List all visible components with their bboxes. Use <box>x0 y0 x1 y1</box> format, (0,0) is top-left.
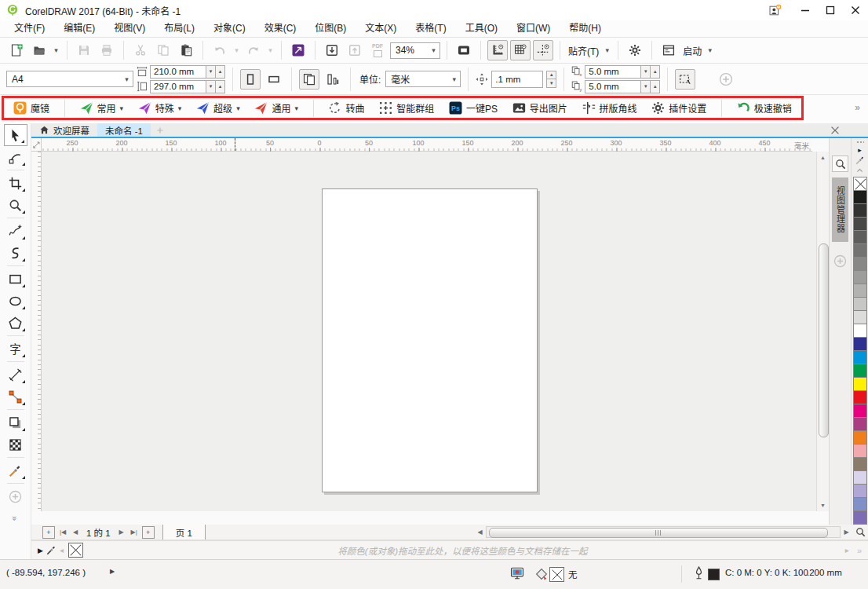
toolbox-overflow-icon[interactable]: » <box>4 507 27 529</box>
vertical-scrollbar[interactable]: ▲ ▼ <box>816 152 829 511</box>
horizontal-scroll-track[interactable] <box>486 526 841 538</box>
color-swatch[interactable] <box>853 324 867 338</box>
color-swatch[interactable] <box>853 457 867 471</box>
nudge-spinner[interactable]: ▴▾ <box>546 71 556 88</box>
plugin-common-button[interactable]: 常用▾ <box>80 101 124 115</box>
ruler-origin[interactable] <box>31 138 42 152</box>
no-color-swatch[interactable] <box>853 177 867 191</box>
view-manager-docker-tab[interactable]: 视图管理器 <box>832 177 848 242</box>
zoom-tool[interactable] <box>4 194 27 216</box>
menu-item-7[interactable]: 文本(X) <box>356 20 406 37</box>
crop-tool[interactable] <box>4 172 27 194</box>
color-swatch[interactable] <box>853 350 867 364</box>
scroll-up-icon[interactable]: ▲ <box>817 152 829 163</box>
menu-item-3[interactable]: 布局(L) <box>155 20 204 37</box>
fullscreen-preview-button[interactable] <box>454 40 474 60</box>
shape-tool[interactable] <box>4 146 27 168</box>
color-swatch[interactable] <box>853 404 867 418</box>
color-swatch[interactable] <box>853 444 867 458</box>
color-swatch[interactable] <box>853 390 867 404</box>
dimension-tool[interactable] <box>4 364 27 386</box>
landscape-button[interactable] <box>264 69 284 90</box>
color-swatch[interactable] <box>853 484 867 498</box>
show-rulers-button[interactable] <box>487 40 508 60</box>
menu-item-2[interactable]: 视图(V) <box>104 20 155 37</box>
chevron-down-icon[interactable]: ▾ <box>448 75 460 83</box>
horizontal-scroll-thumb[interactable] <box>489 528 828 538</box>
horizontal-scrollbar[interactable]: ◀ ▶ <box>474 525 868 540</box>
add-docker-icon[interactable] <box>833 254 847 268</box>
plugin-special-button[interactable]: 特殊▾ <box>138 101 182 115</box>
page-width-decrease[interactable]: ▾ <box>206 65 216 79</box>
duplicate-x-field[interactable]: 5.0 mm <box>585 65 641 79</box>
color-swatch[interactable] <box>853 364 867 378</box>
proof-colors-icon[interactable] <box>510 566 524 580</box>
navigator-icon[interactable] <box>852 527 868 537</box>
color-swatch[interactable] <box>853 497 867 511</box>
color-swatch[interactable] <box>853 337 867 351</box>
color-swatch[interactable] <box>853 377 867 391</box>
color-swatch[interactable] <box>853 203 867 218</box>
page-height-increase[interactable]: ▴ <box>216 80 225 93</box>
duplicate-x-decrease[interactable]: ▾ <box>641 65 651 79</box>
page-height-decrease[interactable]: ▾ <box>206 80 216 93</box>
all-pages-button[interactable] <box>299 69 319 90</box>
page-tab[interactable]: 页 1 <box>162 525 206 540</box>
duplicate-y-field[interactable]: 5.0 mm <box>585 80 641 93</box>
fill-icon[interactable] <box>535 568 548 580</box>
scroll-right-icon[interactable]: ▶ <box>841 529 852 536</box>
polygon-tool[interactable] <box>4 312 27 334</box>
menu-item-11[interactable]: 帮助(H) <box>560 20 611 37</box>
plugin-super-button[interactable]: 超级▾ <box>196 101 240 115</box>
duplicate-y-increase[interactable]: ▴ <box>651 80 660 93</box>
page-height-field[interactable]: 297.0 mm <box>150 80 206 93</box>
palette-eyedropper-icon[interactable] <box>852 155 868 165</box>
outline-pen-icon[interactable] <box>692 566 706 580</box>
color-swatch[interactable] <box>853 430 867 444</box>
color-swatch[interactable] <box>853 297 867 311</box>
menu-item-9[interactable]: 工具(O) <box>456 20 507 37</box>
insert-page-before-button[interactable]: + <box>42 526 55 539</box>
close-button[interactable] <box>843 1 868 20</box>
palette-drag-handle[interactable] <box>856 141 864 145</box>
units-combo[interactable]: 毫米 ▾ <box>385 71 461 87</box>
nudge-offset-field[interactable]: .1 mm <box>491 71 543 88</box>
previous-page-button[interactable]: ◀ <box>69 526 82 539</box>
scroll-down-icon[interactable]: ▼ <box>817 499 829 511</box>
color-swatch[interactable] <box>853 257 867 271</box>
expand-icon[interactable]: » <box>857 546 862 555</box>
open-dropdown-icon[interactable]: ▾ <box>52 46 60 54</box>
first-page-button[interactable]: |◀ <box>57 526 69 539</box>
color-swatch[interactable] <box>853 510 867 525</box>
horizontal-ruler[interactable]: 毫米 2502001501005005010015020025030035040… <box>42 138 812 152</box>
launch-label[interactable]: 启动 <box>683 44 702 57</box>
color-swatch[interactable] <box>853 217 867 231</box>
duplicate-y-decrease[interactable]: ▾ <box>641 80 651 93</box>
transparency-tool[interactable] <box>4 434 27 455</box>
palette-flyout-icon[interactable]: ▸ <box>852 146 868 154</box>
plugin-export-image-button[interactable]: 导出图片 <box>512 101 567 115</box>
close-docker-icon[interactable] <box>824 123 846 137</box>
chevron-down-icon[interactable]: ▾ <box>121 75 133 83</box>
color-swatch[interactable] <box>853 230 867 244</box>
plugin-plugin-settings-button[interactable]: 插件设置 <box>651 101 706 115</box>
launch-icon[interactable] <box>658 40 679 60</box>
color-swatch[interactable] <box>853 470 867 485</box>
color-eyedropper-tool[interactable] <box>4 459 27 481</box>
artistic-media-tool[interactable] <box>4 242 27 264</box>
plugin-imposition-marks-button[interactable]: 拼版角线 <box>582 101 637 115</box>
chevron-down-icon[interactable]: ▾ <box>120 104 124 112</box>
current-page-button[interactable] <box>323 69 343 90</box>
tab-welcome-screen[interactable]: 欢迎屏幕 <box>31 123 97 137</box>
fill-none-swatch[interactable] <box>549 567 564 582</box>
text-tool[interactable]: 字 <box>4 338 27 360</box>
menu-item-4[interactable]: 对象(C) <box>204 20 255 37</box>
portrait-button[interactable] <box>240 69 261 90</box>
chevron-down-icon[interactable]: ▾ <box>236 104 240 112</box>
chevron-down-icon[interactable]: ▾ <box>178 104 182 112</box>
freehand-tool[interactable] <box>4 220 27 242</box>
zoom-level-combo[interactable]: 34% ▾ <box>390 42 440 59</box>
no-color-swatch[interactable] <box>68 543 83 558</box>
menu-item-8[interactable]: 表格(T) <box>406 20 455 37</box>
menu-item-10[interactable]: 窗口(W) <box>507 20 560 37</box>
